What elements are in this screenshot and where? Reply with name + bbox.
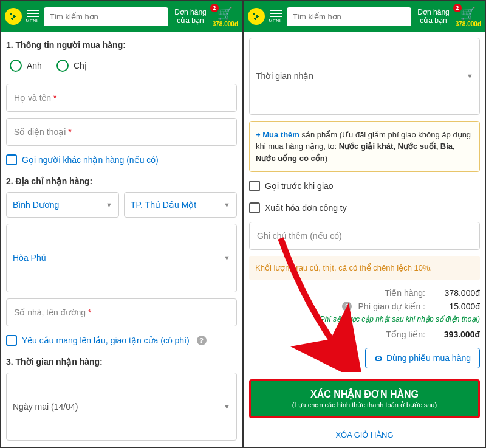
form-content-right: Thời gian nhận ▼ + Mua thêm sản phẩm (Ưu…	[244, 32, 485, 447]
search-input[interactable]	[44, 7, 169, 26]
shipping-value: 15.000đ	[431, 302, 480, 311]
chevron-down-icon: ▼	[224, 403, 230, 410]
menu-label: MENU	[269, 18, 283, 24]
store-logo-icon[interactable]	[248, 8, 265, 25]
screen-checkout-step1: MENU Đơn hàng của bạn 2 🛒 378.000đ 1. Th…	[0, 0, 243, 448]
clear-cart-link[interactable]: XÓA GIỎ HÀNG	[249, 424, 480, 441]
street-field[interactable]: Số nhà, tên đường *	[6, 298, 237, 326]
province-city-row: Bình Dương ▼ TP. Thủ Dầu Một ▼	[6, 192, 237, 218]
floor-service-row[interactable]: Yêu cầu mang lên lầu, giao tận cửa (có p…	[6, 335, 237, 346]
cart-icon: 🛒	[460, 6, 476, 21]
chevron-down-icon: ▼	[467, 72, 473, 80]
order-summary: Tiền hàng: 378.000đ ? Phí giao dự kiến :…	[249, 288, 480, 339]
cart-icon: 🛒	[217, 6, 233, 21]
radio-chi[interactable]: Chị	[56, 60, 87, 72]
section-time-title: 3. Thời gian nhận hàng:	[6, 357, 237, 367]
search-input[interactable]	[287, 7, 412, 26]
screen-checkout-step2: MENU Đơn hàng của bạn 2 🛒 378.000đ Thời …	[243, 0, 486, 448]
store-logo-icon[interactable]	[5, 8, 22, 25]
fullname-field[interactable]: Họ và tên *	[6, 84, 237, 112]
help-icon[interactable]: ?	[342, 302, 352, 311]
app-header: MENU Đơn hàng của bạn 2 🛒 378.000đ	[1, 1, 242, 32]
date-select[interactable]: Ngày mai (14/04) ▼	[6, 373, 237, 441]
section-buyer-info-title: 1. Thông tin người mua hàng:	[6, 40, 237, 50]
menu-button[interactable]: MENU	[269, 10, 283, 24]
app-header: MENU Đơn hàng của bạn 2 🛒 378.000đ	[244, 1, 485, 32]
voucher-button[interactable]: 🎟 Dùng phiếu mua hàng	[365, 348, 480, 368]
gender-radio-group: Anh Chị	[10, 60, 237, 72]
extra-note-field[interactable]: Ghi chú thêm (nếu có)	[249, 222, 480, 250]
cart-badge: 2	[210, 4, 219, 12]
weight-disclaimer: Khối lượng rau củ, thịt, cá có thể chênh…	[249, 256, 480, 280]
menu-label: MENU	[26, 18, 40, 24]
city-select[interactable]: TP. Thủ Dầu Một ▼	[124, 192, 237, 218]
promo-notice: + Mua thêm sản phẩm (Ưu đãi giảm phí gia…	[249, 121, 480, 173]
help-icon[interactable]: ?	[197, 336, 207, 345]
ward-select[interactable]: Hòa Phú ▼	[6, 224, 237, 292]
checkbox-icon	[249, 202, 260, 213]
phone-field[interactable]: Số điện thoại *	[6, 118, 237, 146]
cart-badge: 2	[453, 4, 462, 12]
confirm-order-button[interactable]: XÁC NHẬN ĐƠN HÀNG (Lựa chọn các hình thứ…	[249, 379, 480, 418]
cart-button[interactable]: 2 🛒 378.000đ	[456, 6, 481, 27]
total-label: Tổng tiền:	[386, 329, 425, 339]
chevron-down-icon: ▼	[224, 254, 230, 261]
hamburger-icon	[270, 10, 282, 17]
time-select[interactable]: Thời gian nhận ▼	[249, 38, 480, 115]
chevron-down-icon: ▼	[224, 201, 230, 208]
cart-button[interactable]: 2 🛒 378.000đ	[213, 6, 238, 27]
cart-total: 378.000đ	[213, 21, 238, 27]
other-receiver-label: Gọi người khác nhận hàng (nếu có)	[22, 155, 159, 165]
checkbox-icon	[6, 154, 17, 165]
goods-cost-value: 378.000đ	[431, 288, 480, 298]
buy-more-link[interactable]: + Mua thêm	[256, 130, 299, 139]
radio-icon	[10, 60, 22, 72]
cart-total: 378.000đ	[456, 21, 481, 27]
floor-service-label: Yêu cầu mang lên lầu, giao tận cửa (có p…	[22, 336, 190, 345]
my-orders-link[interactable]: Đơn hàng của bạn	[415, 8, 451, 26]
company-invoice-row[interactable]: Xuất hóa đơn công ty	[249, 202, 480, 213]
search-box	[44, 7, 169, 26]
shipping-label: Phí giao dự kiến :	[358, 302, 425, 311]
my-orders-link[interactable]: Đơn hàng của bạn	[172, 8, 208, 26]
checkbox-icon	[249, 181, 260, 191]
total-value: 393.000đ	[431, 329, 480, 339]
call-before-row[interactable]: Gọi trước khi giao	[249, 181, 480, 191]
checkbox-icon	[6, 335, 17, 346]
radio-icon	[56, 60, 69, 72]
other-receiver-row[interactable]: Gọi người khác nhận hàng (nếu có)	[6, 154, 237, 165]
goods-cost-label: Tiền hàng:	[385, 288, 425, 298]
shipping-note: (Phí sẽ được cập nhật sau khi nhập số đi…	[249, 315, 480, 323]
form-content-left: 1. Thông tin người mua hàng: Anh Chị Họ …	[1, 32, 242, 447]
chevron-down-icon: ▼	[106, 201, 112, 208]
hamburger-icon	[27, 10, 39, 17]
menu-button[interactable]: MENU	[26, 10, 40, 24]
ticket-icon: 🎟	[374, 353, 383, 363]
section-address-title: 2. Địa chỉ nhận hàng:	[6, 176, 237, 186]
radio-anh[interactable]: Anh	[10, 60, 42, 72]
search-box	[287, 7, 412, 26]
province-select[interactable]: Bình Dương ▼	[6, 192, 119, 218]
